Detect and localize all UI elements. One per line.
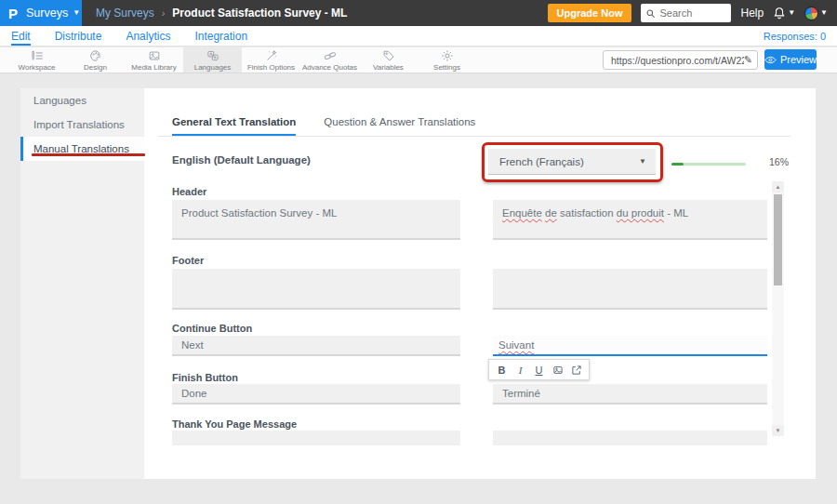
edit-url-icon[interactable]: ✎ — [744, 54, 752, 66]
topbar-right: Upgrade Now Help ▼ ▼ — [548, 4, 837, 22]
nav-distribute[interactable]: Distribute — [55, 26, 102, 46]
design-icon — [89, 49, 102, 62]
tool-variables[interactable]: Variables — [359, 47, 418, 73]
target-text-header[interactable]: Enquête de satisfaction du produit - ML — [493, 200, 767, 240]
target-text-thank-you[interactable] — [493, 431, 767, 445]
upgrade-now-button[interactable]: Upgrade Now — [548, 4, 632, 22]
field-label-finish-button: Finish Button — [172, 372, 238, 383]
bell-icon — [773, 7, 786, 20]
translation-tabs: General Text Translation Question & Answ… — [172, 116, 475, 136]
questionpro-logo[interactable]: P Surveys ▼ — [0, 0, 82, 26]
tool-design[interactable]: Design — [66, 47, 125, 73]
insert-link-button[interactable] — [568, 362, 584, 378]
source-text-header: Product Satisfaction Survey - ML — [172, 200, 460, 240]
translation-progress-bar — [671, 163, 746, 166]
tool-advance-quotas[interactable]: Advance Quotas — [300, 47, 359, 73]
survey-url: https://questionpro.com/t/AW22Zd1S1 — [611, 55, 744, 66]
breadcrumb-separator: › — [162, 7, 166, 19]
target-text-footer[interactable] — [493, 269, 767, 310]
main-nav: Edit Distribute Analytics Integration Re… — [0, 26, 837, 46]
source-text-finish: Done — [172, 384, 460, 405]
scrollbar-thumb[interactable] — [774, 194, 782, 285]
sidebar-item-manual-translations[interactable]: Manual Translations — [20, 137, 144, 161]
breadcrumb-my-surveys[interactable]: My Surveys — [96, 7, 154, 20]
italic-button[interactable]: I — [512, 362, 528, 378]
red-annotation-underline — [32, 153, 145, 156]
content-card: Languages Import Translations Manual Tra… — [20, 88, 816, 479]
source-text-footer — [172, 269, 460, 310]
settings-icon — [441, 49, 454, 62]
underline-button[interactable]: U — [531, 362, 547, 378]
avatar — [804, 7, 818, 20]
tool-media-library[interactable]: Media Library — [125, 47, 183, 73]
target-text-finish[interactable]: Terminé — [493, 384, 767, 405]
source-language-label: English (Default Language) — [172, 154, 311, 166]
tool-workspace[interactable]: Workspace — [7, 47, 66, 73]
bold-button[interactable]: B — [494, 362, 510, 378]
chevron-down-icon: ▼ — [639, 158, 646, 166]
rich-text-toolbar: B I U — [488, 359, 590, 380]
tool-settings[interactable]: Settings — [418, 47, 476, 73]
global-search[interactable] — [641, 4, 731, 22]
account-menu[interactable]: ▼ — [804, 7, 828, 20]
chevron-down-icon: ▼ — [73, 9, 80, 17]
nav-integration[interactable]: Integration — [194, 26, 247, 46]
image-icon — [552, 365, 564, 376]
tab-question-answer-translations[interactable]: Question & Answer Translations — [324, 116, 475, 136]
notifications-button[interactable]: ▼ — [773, 7, 795, 20]
scroll-down-arrow[interactable]: ▼ — [772, 425, 784, 436]
languages-icon — [206, 49, 219, 62]
scroll-up-arrow[interactable]: ▲ — [772, 181, 784, 192]
vertical-scrollbar[interactable]: ▲ ▼ — [772, 181, 784, 436]
field-label-footer: Footer — [172, 255, 204, 266]
finish-options-icon — [265, 49, 278, 62]
search-input[interactable] — [659, 7, 724, 19]
tool-finish-options[interactable]: Finish Options — [242, 47, 300, 73]
responses-count[interactable]: Responses: 0 — [764, 26, 837, 46]
sidebar-item-languages[interactable]: Languages — [20, 88, 144, 113]
search-icon — [645, 8, 656, 19]
tool-languages[interactable]: Languages — [183, 47, 242, 73]
tab-general-text-translation[interactable]: General Text Translation — [172, 116, 296, 136]
workspace-icon — [31, 49, 44, 62]
source-text-continue: Next — [172, 336, 460, 356]
nav-analytics[interactable]: Analytics — [126, 26, 170, 46]
insert-image-button[interactable] — [550, 362, 565, 378]
chevron-down-icon: ▼ — [788, 9, 795, 17]
logo-icon: P — [8, 6, 18, 21]
field-label-continue-button: Continue Button — [172, 323, 252, 334]
field-label-header: Header — [172, 186, 206, 197]
translation-progress-fill — [671, 163, 684, 166]
target-language-dropdown[interactable]: French (Français) ▼ — [488, 149, 656, 175]
surveys-menu[interactable]: Surveys ▼ — [26, 7, 80, 20]
advance-quotas-icon — [324, 49, 337, 62]
media-library-icon — [148, 49, 161, 62]
translation-progress-label: 16% — [769, 156, 789, 167]
help-link[interactable]: Help — [740, 7, 764, 20]
app-window: P Surveys ▼ My Surveys › Product Satisfa… — [0, 0, 837, 504]
variables-icon — [382, 49, 395, 62]
survey-url-box[interactable]: https://questionpro.com/t/AW22Zd1S1 ✎ — [603, 50, 758, 70]
top-bar: P Surveys ▼ My Surveys › Product Satisfa… — [0, 0, 837, 26]
tab-separator — [158, 136, 790, 137]
field-label-thank-you: Thank You Page Message — [172, 418, 297, 430]
breadcrumb: My Surveys › Product Satisfaction Survey… — [96, 7, 347, 20]
nav-edit[interactable]: Edit — [11, 26, 31, 46]
external-link-icon — [571, 365, 582, 376]
settings-sidebar: Languages Import Translations Manual Tra… — [20, 88, 144, 479]
sidebar-item-import-translations[interactable]: Import Translations — [20, 113, 144, 137]
source-text-thank-you — [172, 431, 460, 445]
chevron-down-icon: ▼ — [820, 9, 828, 17]
eye-icon — [764, 56, 777, 64]
survey-title: Product Satisfaction Survey - ML — [172, 7, 347, 20]
preview-button[interactable]: Preview — [764, 49, 817, 70]
target-text-continue[interactable]: Suivant — [493, 336, 767, 356]
